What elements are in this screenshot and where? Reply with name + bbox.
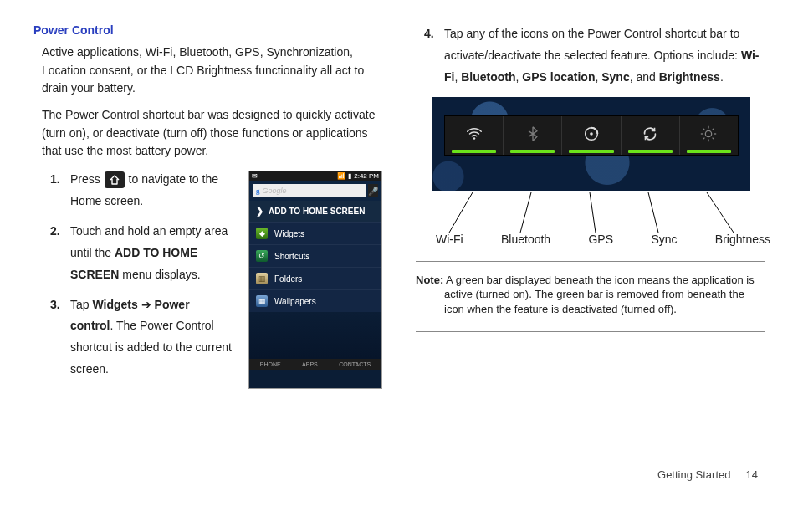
signal-icon: 📶 bbox=[337, 172, 345, 180]
step-2: Touch and hold an empty area until the A… bbox=[50, 221, 233, 286]
label-wifi: Wi-Fi bbox=[436, 233, 463, 246]
mic-icon: 🎤 bbox=[368, 184, 378, 197]
phone-bottom-nav: PHONE APPS CONTACTS bbox=[249, 359, 381, 370]
folders-icon: ▥ bbox=[256, 273, 268, 284]
label-brightness: Brightness bbox=[715, 233, 770, 246]
nav-apps: APPS bbox=[302, 361, 318, 367]
svg-line-16 bbox=[707, 192, 734, 233]
svg-point-2 bbox=[590, 132, 593, 136]
svg-line-11 bbox=[713, 128, 714, 130]
step4-opt5: Brightness bbox=[659, 70, 720, 84]
menu-head-label: ADD TO HOME SCREEN bbox=[269, 207, 365, 216]
svg-line-8 bbox=[703, 128, 705, 130]
menu-label-folders: Folders bbox=[274, 274, 302, 284]
svg-line-13 bbox=[520, 192, 531, 233]
page-body: Power Control Active applications, Wi-Fi… bbox=[0, 0, 798, 468]
step3-text-a: Tap bbox=[70, 298, 92, 311]
nav-contacts: CONTACTS bbox=[339, 361, 371, 367]
note-text: A green bar displayed beneath the icon m… bbox=[443, 274, 754, 315]
step-1: Press to navigate to the Home screen. bbox=[50, 169, 233, 212]
label-bluetooth: Bluetooth bbox=[501, 233, 550, 246]
label-gps: GPS bbox=[588, 233, 613, 246]
step3-arrow: ➔ bbox=[138, 298, 155, 311]
divider-bottom bbox=[416, 331, 765, 332]
svg-line-15 bbox=[648, 192, 658, 233]
toggle-brightness bbox=[680, 116, 738, 155]
note: Note: A green bar displayed beneath the … bbox=[416, 273, 765, 317]
wifi-icon bbox=[465, 125, 483, 146]
step4-opt3: GPS location bbox=[522, 70, 595, 84]
toggle-wifi bbox=[445, 116, 504, 155]
bluetooth-icon bbox=[524, 125, 541, 146]
steps-with-figure: Press to navigate to the Home screen. To… bbox=[33, 169, 382, 389]
page-footer: Getting Started 14 bbox=[0, 468, 798, 491]
callout-lines bbox=[432, 192, 765, 234]
footer-page: 14 bbox=[746, 468, 758, 481]
mail-icon: ✉ bbox=[252, 172, 258, 180]
menu-item-wallpapers: ▦ Wallpapers bbox=[249, 289, 381, 312]
step1-text-a: Press bbox=[70, 172, 104, 186]
chevron-right-icon: ❯ bbox=[256, 206, 263, 217]
home-icon bbox=[105, 171, 125, 188]
svg-point-3 bbox=[706, 130, 712, 136]
svg-point-0 bbox=[473, 137, 475, 140]
power-control-figure: Wi-Fi Bluetooth GPS Sync Brightness bbox=[432, 97, 765, 246]
toggle-sync bbox=[622, 116, 680, 155]
gps-icon bbox=[582, 125, 601, 146]
callout-labels: Wi-Fi Bluetooth GPS Sync Brightness bbox=[432, 233, 774, 246]
label-sync: Sync bbox=[651, 233, 677, 246]
intro-paragraph-2: The Power Control shortcut bar was desig… bbox=[33, 106, 382, 161]
phone-screenshot: ✉ 📶 ▮ 2:42 PM gGoogle 🎤 ❯ ADD TO HOME SC… bbox=[248, 171, 382, 389]
step4-opt4: Sync bbox=[601, 70, 629, 84]
phone-search-bar: gGoogle 🎤 bbox=[249, 181, 381, 201]
svg-line-10 bbox=[703, 137, 705, 139]
menu-item-folders: ▥ Folders bbox=[249, 267, 381, 289]
step4-opt2: Bluetooth bbox=[461, 70, 515, 84]
clock: 2:42 PM bbox=[354, 172, 379, 180]
power-control-widget bbox=[432, 97, 750, 191]
battery-icon: ▮ bbox=[348, 172, 351, 180]
phone-status-bar: ✉ 📶 ▮ 2:42 PM bbox=[249, 171, 381, 181]
menu-label-widgets: Widgets bbox=[274, 229, 304, 238]
menu-item-shortcuts: ↺ Shortcuts bbox=[249, 244, 381, 267]
brightness-icon bbox=[699, 125, 718, 146]
shortcuts-icon: ↺ bbox=[256, 250, 268, 262]
section-heading: Power Control bbox=[33, 23, 382, 37]
right-column: Tap any of the icons on the Power Contro… bbox=[416, 23, 765, 462]
sync-icon bbox=[641, 125, 659, 146]
note-label: Note: bbox=[416, 274, 443, 286]
svg-line-9 bbox=[713, 137, 714, 139]
wallpapers-icon: ▦ bbox=[256, 295, 268, 307]
step4-text-a: Tap any of the icons on the Power Contro… bbox=[444, 27, 741, 62]
menu-label-shortcuts: Shortcuts bbox=[274, 252, 309, 261]
toggle-bluetooth bbox=[504, 116, 562, 155]
footer-section: Getting Started bbox=[657, 468, 730, 481]
toggle-gps bbox=[562, 116, 621, 155]
divider bbox=[416, 261, 765, 262]
steps-list-right: Tap any of the icons on the Power Contro… bbox=[416, 23, 765, 89]
steps-list-left: Press to navigate to the Home screen. To… bbox=[33, 169, 233, 381]
step-3: Tap Widgets ➔ Power control. The Power C… bbox=[50, 294, 233, 381]
search-placeholder: Google bbox=[263, 187, 287, 195]
nav-phone: PHONE bbox=[260, 361, 281, 367]
left-column: Power Control Active applications, Wi-Fi… bbox=[33, 23, 382, 462]
step-4: Tap any of the icons on the Power Contro… bbox=[424, 23, 765, 89]
step2-text-b: menu displays. bbox=[119, 268, 200, 281]
intro-paragraph-1: Active applications, Wi-Fi, Bluetooth, G… bbox=[33, 43, 382, 98]
power-control-bar bbox=[444, 115, 739, 156]
menu-item-widgets: ◆ Widgets bbox=[249, 222, 381, 244]
svg-line-12 bbox=[449, 192, 473, 233]
svg-line-14 bbox=[590, 192, 596, 233]
widgets-icon: ◆ bbox=[256, 228, 268, 239]
menu-label-wallpapers: Wallpapers bbox=[274, 297, 316, 306]
step3-bold1: Widgets bbox=[92, 298, 137, 311]
add-to-home-header: ❯ ADD TO HOME SCREEN bbox=[249, 201, 381, 222]
